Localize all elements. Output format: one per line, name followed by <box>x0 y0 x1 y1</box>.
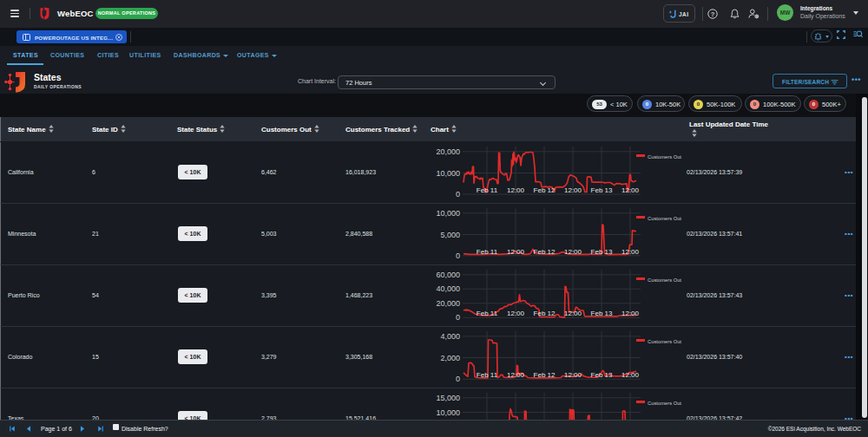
svg-text:Feb 11: Feb 11 <box>477 248 498 256</box>
svg-text:12:00: 12:00 <box>564 310 582 317</box>
svg-text:60,000: 60,000 <box>436 271 460 279</box>
svg-text:0: 0 <box>456 313 460 322</box>
svg-text:Feb 12: Feb 12 <box>534 371 556 379</box>
svg-text:Customers Out: Customers Out <box>648 339 681 344</box>
svg-text:12:00: 12:00 <box>621 186 640 194</box>
svg-text:12:00: 12:00 <box>621 310 640 317</box>
svg-text:Feb 11: Feb 11 <box>477 371 498 379</box>
svg-text:10,000: 10,000 <box>436 408 460 417</box>
svg-text:15,000: 15,000 <box>436 394 460 402</box>
svg-text:20,000: 20,000 <box>436 147 460 156</box>
svg-text:0: 0 <box>456 375 460 383</box>
svg-text:Feb 11: Feb 11 <box>477 310 498 317</box>
svg-text:0: 0 <box>456 251 460 260</box>
svg-text:12:00: 12:00 <box>507 310 525 317</box>
svg-text:12:00: 12:00 <box>507 371 525 379</box>
svg-text:12:00: 12:00 <box>621 248 640 256</box>
svg-text:Customers Out: Customers Out <box>648 401 681 406</box>
svg-text:Feb 12: Feb 12 <box>534 310 556 317</box>
svg-text:20,000: 20,000 <box>436 299 460 308</box>
svg-text:Customers Out: Customers Out <box>648 216 681 221</box>
svg-text:12:00: 12:00 <box>564 248 582 256</box>
svg-text:12:00: 12:00 <box>507 186 525 194</box>
svg-text:10,000: 10,000 <box>436 209 460 218</box>
svg-text:12:00: 12:00 <box>564 371 582 379</box>
svg-text:Feb 12: Feb 12 <box>534 248 556 256</box>
svg-text:Feb 11: Feb 11 <box>477 186 498 194</box>
svg-text:Feb 12: Feb 12 <box>534 186 556 194</box>
svg-text:12:00: 12:00 <box>507 248 525 256</box>
svg-text:Customers Out: Customers Out <box>648 154 681 160</box>
svg-text:5,000: 5,000 <box>440 231 460 239</box>
svg-text:12:00: 12:00 <box>621 371 640 379</box>
svg-text:40,000: 40,000 <box>436 284 460 293</box>
svg-text:Feb 13: Feb 13 <box>591 371 613 379</box>
svg-text:10,000: 10,000 <box>436 169 460 178</box>
svg-text:0: 0 <box>456 190 460 199</box>
svg-text:Feb 13: Feb 13 <box>591 248 613 256</box>
svg-text:Feb 13: Feb 13 <box>591 186 613 194</box>
svg-text:2,000: 2,000 <box>440 354 460 362</box>
svg-text:4,000: 4,000 <box>440 332 460 341</box>
svg-text:Customers Out: Customers Out <box>648 277 681 283</box>
svg-text:Feb 13: Feb 13 <box>591 310 613 317</box>
svg-text:12:00: 12:00 <box>564 186 582 194</box>
